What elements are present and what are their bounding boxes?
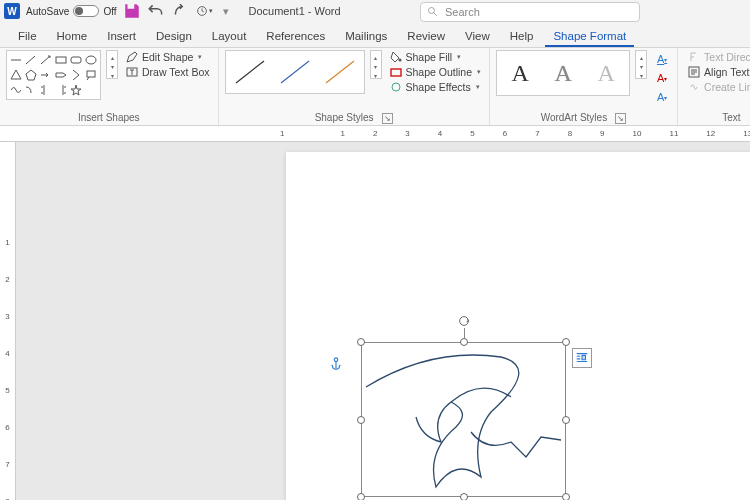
rotation-handle[interactable] xyxy=(457,314,471,328)
tab-home[interactable]: Home xyxy=(49,26,96,47)
ribbon-tabs: File Home Insert Design Layout Reference… xyxy=(0,22,750,48)
resize-handle-bl[interactable] xyxy=(357,493,365,500)
tab-insert[interactable]: Insert xyxy=(99,26,144,47)
group-label-shape-styles[interactable]: Shape Styles ↘ xyxy=(225,111,484,125)
group-label-wordart[interactable]: WordArt Styles ↘ xyxy=(496,111,671,125)
svg-rect-11 xyxy=(391,69,401,76)
shape-styles-scroll[interactable]: ▴▾▾ xyxy=(370,50,382,79)
tab-mailings[interactable]: Mailings xyxy=(337,26,395,47)
ribbon: ▴▾▾ Edit Shape▾ Draw Text Box Insert Sha… xyxy=(0,48,750,126)
svg-rect-5 xyxy=(87,71,95,77)
qat-overflow[interactable]: ▾ xyxy=(223,5,229,18)
tab-shape-format[interactable]: Shape Format xyxy=(545,26,634,47)
svg-line-7 xyxy=(236,61,264,83)
svg-point-10 xyxy=(398,59,401,62)
save-button[interactable] xyxy=(123,2,141,20)
resize-handle-tl[interactable] xyxy=(357,338,365,346)
shape-effects-button[interactable]: Shape Effects▾ xyxy=(388,80,484,94)
svg-point-1 xyxy=(429,8,435,14)
selected-shape[interactable] xyxy=(361,342,566,497)
group-text: Text Direction▾ Align Text▾ Create Link … xyxy=(678,48,750,125)
resize-handle-tm[interactable] xyxy=(460,338,468,346)
svg-point-19 xyxy=(459,317,468,326)
tab-references[interactable]: References xyxy=(258,26,333,47)
tab-layout[interactable]: Layout xyxy=(204,26,255,47)
svg-line-9 xyxy=(326,61,354,83)
search-placeholder: Search xyxy=(445,6,480,18)
svg-point-18 xyxy=(334,358,338,362)
group-label-text: Text xyxy=(684,111,750,125)
svg-rect-2 xyxy=(56,57,66,63)
anchor-icon[interactable] xyxy=(329,357,343,373)
resize-handle-br[interactable] xyxy=(562,493,570,500)
group-shape-styles: ▴▾▾ Shape Fill▾ Shape Outline▾ Shape Eff… xyxy=(219,48,491,125)
redo-button[interactable] xyxy=(171,2,189,20)
text-outline-button[interactable]: A▾ xyxy=(653,69,671,87)
tab-file[interactable]: File xyxy=(10,26,45,47)
horizontal-ruler[interactable]: 1123456789101112131415 xyxy=(0,126,750,142)
tab-design[interactable]: Design xyxy=(148,26,200,47)
resize-handle-ml[interactable] xyxy=(357,416,365,424)
svg-point-12 xyxy=(392,83,400,91)
wordart-gallery[interactable]: A A A xyxy=(496,50,630,96)
text-direction-button: Text Direction▾ xyxy=(686,50,750,64)
svg-line-8 xyxy=(281,61,309,83)
resize-handle-mr[interactable] xyxy=(562,416,570,424)
tab-help[interactable]: Help xyxy=(502,26,542,47)
selection-outline xyxy=(361,342,566,497)
autosave-state: Off xyxy=(103,6,116,17)
tab-review[interactable]: Review xyxy=(399,26,453,47)
document-canvas[interactable] xyxy=(16,142,750,500)
search-box[interactable]: Search xyxy=(420,2,640,22)
vertical-ruler[interactable]: 12345678910 xyxy=(0,142,16,500)
create-link-button: Create Link xyxy=(686,80,750,94)
tab-view[interactable]: View xyxy=(457,26,498,47)
shape-outline-button[interactable]: Shape Outline▾ xyxy=(388,65,484,79)
shape-styles-gallery[interactable] xyxy=(225,50,365,94)
group-wordart-styles: A A A ▴▾▾ A▾ A▾ A▾ WordArt Styles ↘ xyxy=(490,48,678,125)
svg-point-4 xyxy=(86,56,96,64)
shapes-gallery-scroll[interactable]: ▴▾▾ xyxy=(106,50,118,79)
edit-shape-button[interactable]: Edit Shape▾ xyxy=(124,50,212,64)
resize-handle-tr[interactable] xyxy=(562,338,570,346)
layout-options-button[interactable] xyxy=(572,348,592,368)
undo-button[interactable] xyxy=(147,2,165,20)
draw-text-box-button[interactable]: Draw Text Box xyxy=(124,65,212,79)
workspace: 12345678910 xyxy=(0,142,750,500)
text-effects-button[interactable]: A▾ xyxy=(653,88,671,106)
align-text-button[interactable]: Align Text▾ xyxy=(686,65,750,79)
resize-handle-bm[interactable] xyxy=(460,493,468,500)
toggle-switch-icon[interactable] xyxy=(73,5,99,17)
group-insert-shapes: ▴▾▾ Edit Shape▾ Draw Text Box Insert Sha… xyxy=(0,48,219,125)
search-icon xyxy=(427,6,439,18)
text-fill-button[interactable]: A▾ xyxy=(653,50,671,68)
svg-rect-3 xyxy=(71,57,81,63)
shape-fill-button[interactable]: Shape Fill▾ xyxy=(388,50,484,64)
document-title: Document1 - Word xyxy=(249,5,341,17)
word-app-icon: W xyxy=(4,3,20,19)
group-label-insert-shapes: Insert Shapes xyxy=(6,111,212,125)
autosave-label: AutoSave xyxy=(26,6,69,17)
wordart-scroll[interactable]: ▴▾▾ xyxy=(635,50,647,79)
shapes-gallery[interactable] xyxy=(6,50,101,100)
autosave-toggle[interactable]: AutoSave Off xyxy=(26,5,117,17)
qat-more-button[interactable]: ▾ xyxy=(195,2,213,20)
